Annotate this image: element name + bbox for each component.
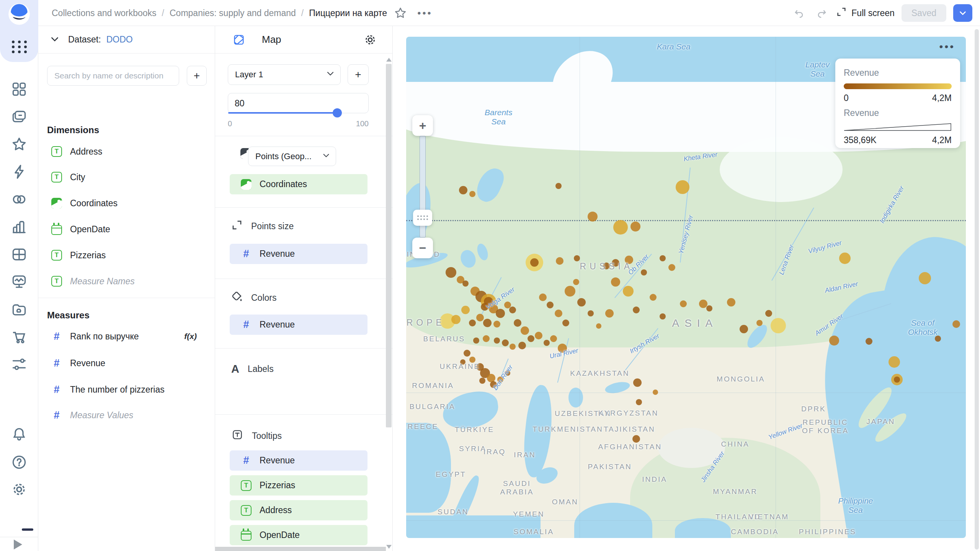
opacity-slider-knob[interactable] (333, 108, 342, 117)
map-data-point[interactable] (518, 342, 526, 349)
map-data-point[interactable] (530, 258, 539, 267)
full-screen-button[interactable]: Full screen (836, 7, 894, 20)
map-data-point[interactable] (565, 286, 575, 297)
map-data-point[interactable] (469, 357, 475, 363)
map-data-point[interactable] (740, 325, 748, 333)
zoom-in-button[interactable]: + (412, 115, 433, 136)
map-data-point[interactable] (502, 339, 509, 346)
datalens-logo[interactable] (8, 3, 30, 25)
apps-grid-icon[interactable] (11, 39, 27, 55)
field-row-revenue[interactable]: #Revenue (42, 352, 207, 374)
field-row-opendate[interactable]: OpenDate (42, 218, 207, 240)
map-data-point[interactable] (547, 302, 554, 308)
map-data-point[interactable] (611, 277, 620, 287)
map-data-point[interactable] (894, 377, 900, 383)
field-row-measure-values[interactable]: #Measure Values (42, 404, 207, 426)
map-data-point[interactable] (473, 337, 479, 344)
redo-icon[interactable] (814, 5, 829, 21)
sidebar-item-connections[interactable] (11, 191, 28, 208)
map-data-point[interactable] (839, 253, 851, 264)
map-data-point[interactable] (483, 319, 492, 327)
horizontal-scrollbar[interactable] (215, 547, 386, 551)
map-data-point[interactable] (650, 294, 657, 301)
field-row-measure-names[interactable]: TMeasure Names (42, 271, 207, 292)
map-data-point[interactable] (446, 267, 456, 278)
sidebar-item-widgets[interactable] (11, 81, 28, 98)
map-data-point[interactable] (829, 336, 839, 346)
breadcrumb-item[interactable]: Companies: supply and demand (170, 8, 296, 18)
map-data-point[interactable] (660, 313, 666, 320)
field-row-pizzerias[interactable]: TPizzerias (42, 245, 207, 266)
map-data-point[interactable] (605, 309, 614, 318)
map-canvas[interactable]: Kara SeaBarentsSeaLaptevSeaSea ofOkhotsk… (406, 37, 966, 538)
map-data-point[interactable] (494, 337, 500, 344)
map-data-point[interactable] (641, 269, 647, 276)
collapse-handle[interactable] (22, 528, 33, 531)
field-row-address[interactable]: TAddress (42, 141, 207, 162)
map-data-point[interactable] (550, 335, 557, 342)
map-data-point[interactable] (535, 332, 542, 339)
map-data-point[interactable] (562, 320, 569, 326)
chip-revenue[interactable]: #Revenue (230, 315, 368, 335)
map-data-point[interactable] (555, 183, 562, 189)
map-data-point[interactable] (514, 319, 521, 327)
map-data-point[interactable] (509, 306, 516, 313)
map-data-point[interactable] (462, 280, 469, 287)
expand-panel-icon[interactable] (14, 540, 22, 549)
settings-gear-icon[interactable] (11, 481, 28, 498)
map-data-point[interactable] (588, 310, 594, 316)
map-data-point[interactable] (521, 326, 529, 335)
field-row-rank-по-выручке[interactable]: #Rank по выручкеf(x) (42, 326, 207, 347)
map-data-point[interactable] (633, 306, 640, 313)
opacity-input[interactable]: 80 (228, 93, 369, 113)
dataset-name-link[interactable]: DODO (106, 34, 133, 45)
favorite-star-icon[interactable] (394, 6, 407, 20)
map-data-point[interactable] (459, 186, 467, 194)
chip-revenue[interactable]: #Revenue (230, 450, 368, 471)
map-data-point[interactable] (483, 335, 490, 342)
map-data-point[interactable] (633, 378, 642, 387)
zoom-slider-handle[interactable] (413, 210, 432, 226)
map-data-point[interactable] (680, 300, 687, 307)
map-data-point[interactable] (765, 310, 772, 317)
scroll-up-icon[interactable] (386, 58, 392, 62)
map-data-point[interactable] (528, 335, 534, 342)
map-data-point[interactable] (653, 390, 658, 395)
page-scrollbar[interactable] (975, 29, 979, 549)
map-data-point[interactable] (623, 286, 634, 297)
map-data-point[interactable] (596, 323, 601, 329)
map-data-point[interactable] (632, 435, 640, 443)
map-data-point[interactable] (613, 220, 628, 235)
map-data-point[interactable] (464, 350, 470, 357)
add-layer-button[interactable]: + (348, 64, 369, 85)
help-icon[interactable] (11, 454, 28, 471)
map-data-point[interactable] (469, 320, 476, 326)
map-data-point[interactable] (919, 272, 931, 284)
chevron-down-icon[interactable] (50, 34, 60, 46)
chip-opendate[interactable]: OpenDate (230, 525, 368, 545)
map-data-point[interactable] (539, 293, 547, 301)
search-input[interactable] (47, 66, 179, 86)
map-data-point[interactable] (636, 399, 642, 405)
map-data-point[interactable] (574, 255, 580, 261)
layer-select[interactable]: Layer 1 (228, 64, 341, 85)
field-row-the-number-of-pizzerias[interactable]: #The number of pizzerias (42, 379, 207, 400)
map-data-point[interactable] (479, 378, 485, 384)
sidebar-item-service-settings[interactable] (11, 356, 28, 373)
chip-address[interactable]: TAddress (230, 500, 368, 520)
sidebar-item-favorites[interactable] (11, 136, 28, 153)
map-data-point[interactable] (952, 320, 960, 328)
chip-coordinates[interactable]: Coordinates (230, 174, 368, 194)
sidebar-item-marketplace[interactable] (11, 328, 28, 345)
chip-pizzerias[interactable]: TPizzerias (230, 475, 368, 496)
geotype-select[interactable]: Points (Geop... (248, 147, 336, 166)
map-data-point[interactable] (461, 306, 470, 314)
map-data-point[interactable] (756, 320, 763, 326)
breadcrumb-item[interactable]: Пиццерии на карте (309, 8, 387, 18)
sidebar-item-collections[interactable] (11, 108, 28, 125)
vertical-scrollbar[interactable] (386, 62, 392, 543)
map-more-icon[interactable]: ••• (939, 41, 955, 53)
map-data-point[interactable] (476, 314, 484, 321)
add-field-button[interactable]: + (187, 66, 207, 86)
map-data-point[interactable] (493, 321, 500, 328)
